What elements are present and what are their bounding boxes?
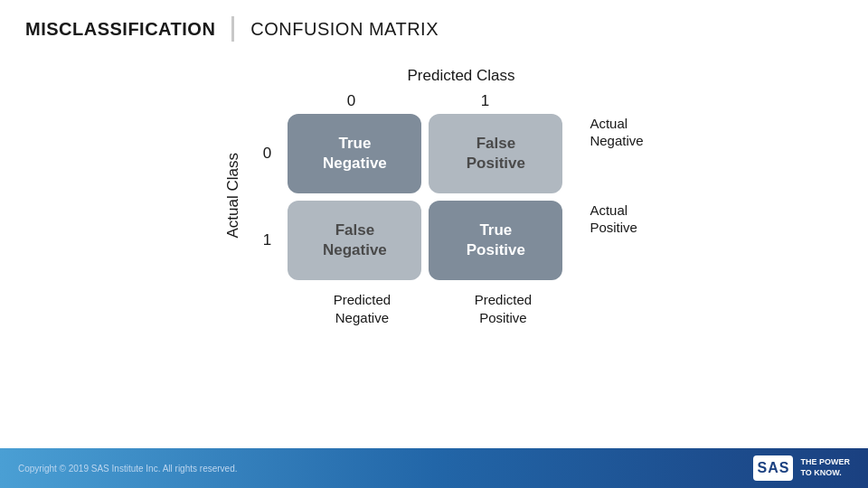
predicted-labels: Predicted Negative Predicted Positive (291, 291, 573, 326)
matrix-row-0: 0 True Negative False Positive (250, 114, 573, 193)
confusion-matrix-title: CONFUSION MATRIX (250, 19, 439, 40)
cell-false-negative: False Negative (288, 201, 421, 280)
col-header-1: 1 (418, 92, 552, 110)
actual-negative-label: Actual Negative (590, 92, 643, 172)
sas-logo: sas (753, 455, 793, 481)
predicted-positive-label: Predicted Positive (436, 291, 570, 326)
sas-logo-area: sas THE POWER TO KNOW. (753, 455, 850, 481)
predicted-class-label: Predicted Class (407, 67, 514, 85)
column-headers: 0 1 (284, 92, 573, 110)
row-label-1: 1 (250, 231, 284, 249)
row-label-0: 0 (250, 145, 284, 163)
matrix-inner: 0 1 0 True Negative False Positive 1 Fal… (250, 92, 573, 326)
bottom-bar: Copyright © 2019 SAS Institute Inc. All … (0, 448, 868, 488)
sas-tagline: THE POWER TO KNOW. (800, 457, 850, 478)
actual-positive-label: Actual Positive (590, 179, 643, 258)
actual-labels: Actual Negative Actual Positive (590, 92, 643, 266)
matrix-wrapper: Actual Class 0 1 0 True Negative False P… (224, 92, 643, 326)
misclassification-title: MISCLASSIFICATION (25, 19, 215, 40)
page-header: MISCLASSIFICATION CONFUSION MATRIX (0, 0, 868, 51)
cell-false-positive: False Positive (429, 114, 562, 193)
cell-true-negative: True Negative (288, 114, 421, 193)
main-content: Predicted Class Actual Class 0 1 0 True … (0, 51, 868, 326)
header-divider (231, 16, 234, 42)
matrix-row-1: 1 False Negative True Positive (250, 201, 573, 280)
actual-class-label: Actual Class (224, 153, 242, 238)
cell-true-positive: True Positive (429, 201, 562, 280)
predicted-negative-label: Predicted Negative (295, 291, 429, 326)
col-header-0: 0 (284, 92, 418, 110)
copyright-text: Copyright © 2019 SAS Institute Inc. All … (18, 464, 238, 474)
